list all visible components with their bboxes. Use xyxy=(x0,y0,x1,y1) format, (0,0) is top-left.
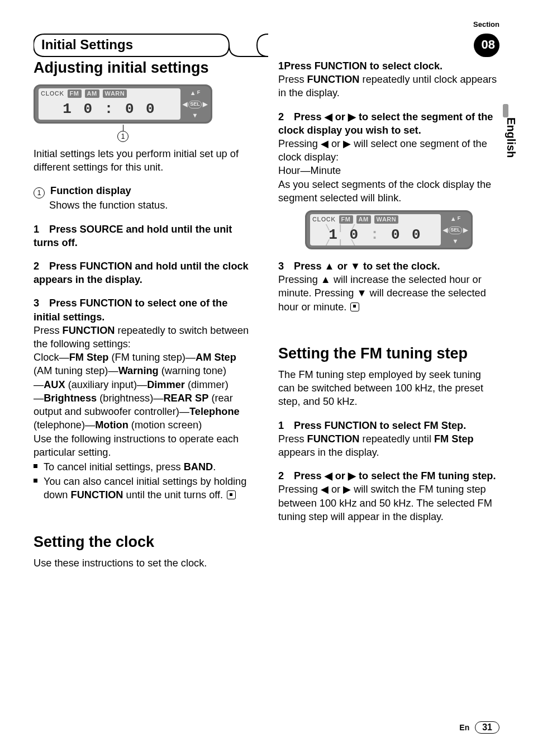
settings-chain-5: output and subwoofer controller)—Telepho… xyxy=(34,405,255,418)
left-arrow-icon: ◀ xyxy=(443,227,448,233)
heading-adjusting: Adjusting initial settings xyxy=(34,59,255,77)
lcd1-chip-warn: WARN xyxy=(103,89,127,98)
lcd2-clock-label: CLOCK xyxy=(312,215,336,224)
down-arrow-icon: ▼ xyxy=(350,261,360,272)
lcd1-clock-label: CLOCK xyxy=(41,89,64,98)
heading-setting-clock: Setting the clock xyxy=(34,533,255,551)
step-2: 2Press FUNCTION and hold until the clock… xyxy=(34,259,255,286)
settings-chain-2: (AM tuning step)—Warning (warning tone) xyxy=(34,364,255,377)
clock-intro: Use these instructions to set the clock. xyxy=(34,556,255,570)
step-1: 1Press SOURCE and hold until the unit tu… xyxy=(34,223,255,249)
intro-text: Initial settings lets you perform initia… xyxy=(34,147,255,174)
blink-bottom-icon: / | \ xyxy=(325,238,357,245)
end-section-icon xyxy=(350,303,359,311)
lcd1-sel: SEL xyxy=(188,101,202,108)
bullet-icon xyxy=(34,460,38,474)
function-display-item: 1 Function display Shows the function st… xyxy=(34,184,255,212)
settings-chain-4: —Brightness (brightness)—REAR SP (rear xyxy=(34,391,255,405)
lcd-illustration-2: CLOCK FM AM WARN \ | / 1 0 / | \ : xyxy=(305,210,473,249)
step3-text: Press FUNCTION to select one of the init… xyxy=(34,297,227,322)
left-arrow-icon: ◀ xyxy=(325,111,332,122)
lcd2-chip-warn: WARN xyxy=(374,215,399,224)
svg-rect-0 xyxy=(474,34,499,57)
lcd1-time: 1 0 : 0 0 xyxy=(39,100,180,119)
right-arrow-icon: ▶ xyxy=(203,101,207,107)
step1-num: 1 xyxy=(34,223,49,236)
up-arrow-icon: ▲ xyxy=(450,216,456,222)
lcd2-time: \ | / 1 0 / | \ : 0 0 xyxy=(310,225,441,245)
right-arrow-icon: ▶ xyxy=(463,227,468,233)
header-bar: Initial Settings 08 xyxy=(34,34,499,57)
lcd1-nav-pad: ▲F ◀SEL▶ ▼ xyxy=(183,88,207,120)
left-column: Adjusting initial settings CLOCK FM AM W… xyxy=(34,59,255,570)
lcd2-chip-am: AM xyxy=(356,215,371,224)
down-arrow-icon: ▼ xyxy=(357,287,367,299)
header-curve-svg xyxy=(34,34,499,57)
bullet-cancel-band: To cancel initial settings, press BAND. xyxy=(34,460,255,474)
settings-chain-1: Clock—FM Step (FM tuning step)—AM Step xyxy=(34,351,255,364)
left-arrow-icon: ◀ xyxy=(321,138,329,149)
clock-step-2: 2Press ◀ or ▶ to select the segment of t… xyxy=(278,110,499,205)
lcd1-callout: 1 xyxy=(34,125,212,139)
left-arrow-icon: ◀ xyxy=(321,484,329,495)
header-title: Initial Settings xyxy=(41,37,133,53)
fn-display-body: Shows the function status. xyxy=(34,199,255,212)
right-arrow-icon: ▶ xyxy=(343,138,351,149)
page-number: 31 xyxy=(475,721,499,734)
end-section-icon xyxy=(227,490,236,499)
fm-step-1: 1Press FUNCTION to select FM Step. Press… xyxy=(278,419,499,460)
lcd2-chip-fm: FM xyxy=(339,215,353,224)
page-footer: En 31 xyxy=(459,721,499,734)
fn-display-title: Function display xyxy=(50,185,131,196)
step2-num: 2 xyxy=(34,259,49,273)
up-arrow-icon: ▲ xyxy=(325,261,335,272)
down-arrow-icon: ▼ xyxy=(192,112,198,119)
left-arrow-icon: ◀ xyxy=(325,470,332,481)
lcd1-f-label: F xyxy=(197,89,201,96)
use-following: Use the following instructions to operat… xyxy=(34,432,255,459)
bullet-icon xyxy=(34,475,38,502)
fm-step-2: 2Press ◀ or ▶ to select the FM tuning st… xyxy=(278,469,499,523)
step2-text: Press FUNCTION and hold until the clock … xyxy=(34,261,249,285)
language-tab: English xyxy=(505,117,517,158)
section-number: 08 xyxy=(482,37,495,52)
down-arrow-icon: ▼ xyxy=(453,238,459,244)
bullet-cancel-function: You can also cancel initial settings by … xyxy=(34,475,255,502)
right-arrow-icon: ▶ xyxy=(343,484,351,495)
footer-lang: En xyxy=(459,723,469,732)
manual-page: Section Initial Settings 08 English Adju… xyxy=(0,0,533,756)
clock-step-3: 3Press ▲ or ▼ to set the clock. Pressing… xyxy=(278,259,499,314)
fm-intro: The FM tuning step employed by seek tuni… xyxy=(278,368,499,409)
settings-chain-6: (telephone)—Motion (motion screen) xyxy=(34,418,255,432)
lang-tab-marker xyxy=(503,104,508,117)
clock-step-1: 1Press FUNCTION to select clock. Press F… xyxy=(278,59,499,100)
right-arrow-icon: ▶ xyxy=(348,111,356,122)
step-3: 3Press FUNCTION to select one of the ini… xyxy=(34,296,255,502)
left-arrow-icon: ◀ xyxy=(183,101,187,107)
right-arrow-icon: ▶ xyxy=(348,470,356,481)
lcd1-chip-am: AM xyxy=(85,89,99,98)
step1-text: Press SOURCE and hold until the unit tur… xyxy=(34,224,232,248)
circled-1-icon: 1 xyxy=(34,187,45,199)
lcd-illustration-1: CLOCK FM AM WARN 1 0 : 0 0 ▲F ◀SEL▶ ▼ xyxy=(34,84,212,139)
section-label: Section xyxy=(473,20,499,29)
settings-chain-3: —AUX (auxiliary input)—Dimmer (dimmer) xyxy=(34,378,255,391)
step3-num: 3 xyxy=(34,296,49,310)
step3-body: Press FUNCTION repeatedly to switch betw… xyxy=(34,324,255,351)
heading-fm-step: Setting the FM tuning step xyxy=(278,345,499,362)
callout-1-icon: 1 xyxy=(117,131,129,142)
lcd2-nav-pad: ▲F ◀SEL▶ ▼ xyxy=(443,214,468,245)
lcd1-chip-fm: FM xyxy=(68,89,82,98)
blink-top-icon: \ | / xyxy=(325,223,357,234)
up-arrow-icon: ▲ xyxy=(321,274,331,285)
up-arrow-icon: ▲ xyxy=(190,90,196,96)
right-column: 1Press FUNCTION to select clock. Press F… xyxy=(278,59,499,570)
